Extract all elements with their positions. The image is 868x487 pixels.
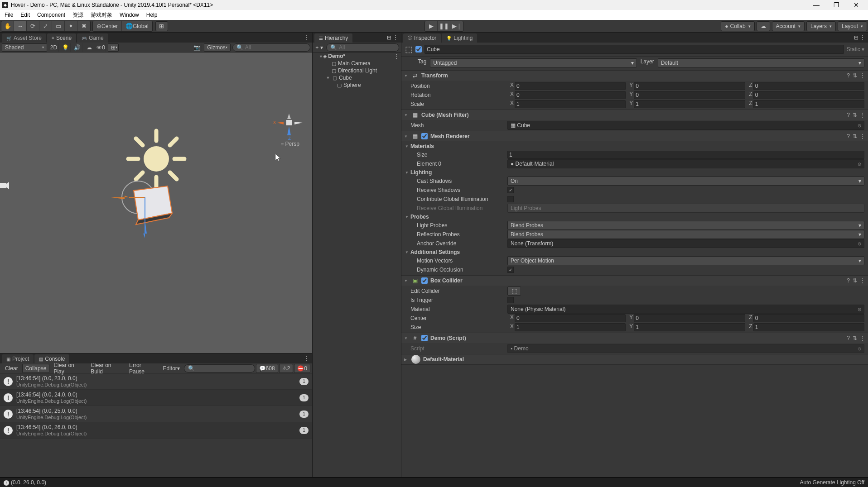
- contribute-gi-checkbox[interactable]: [507, 196, 514, 202]
- tab-lighting[interactable]: 💡Lighting: [442, 33, 477, 43]
- collapse-button[interactable]: Collapse: [22, 364, 50, 373]
- pos-x[interactable]: [515, 82, 626, 90]
- renderer-enabled-checkbox[interactable]: [421, 133, 428, 139]
- reflection-probes-dropdown[interactable]: Blend Probes▾: [507, 230, 864, 239]
- panel-menu-icon[interactable]: ⋮: [304, 34, 309, 41]
- inspector-body[interactable]: ⬚ Static ▾ Tag Untagged▾ Layer Default▾ …: [401, 43, 868, 477]
- menu-assets[interactable]: 资源: [69, 10, 87, 20]
- component-header[interactable]: ▼▣ Box Collider ?⇅⋮: [401, 276, 868, 286]
- pause-button[interactable]: ❚❚: [438, 21, 450, 31]
- center-x[interactable]: [515, 314, 626, 322]
- scene-row[interactable]: ▼◈ Demo* ⋮: [313, 53, 401, 60]
- create-dropdown[interactable]: + ▾: [314, 43, 324, 52]
- tab-hierarchy[interactable]: ☰Hierarchy: [314, 33, 352, 43]
- snap-toggle[interactable]: ⊞: [155, 21, 168, 31]
- maximize-button[interactable]: ❐: [826, 0, 846, 10]
- gizmos-dropdown[interactable]: Gizmos: [204, 43, 231, 52]
- rot-y[interactable]: [634, 91, 745, 99]
- shading-dropdown[interactable]: Shaded: [2, 43, 47, 52]
- hierarchy-item[interactable]: ▢Directional Light: [313, 67, 401, 74]
- component-header[interactable]: ▼# Demo (Script) ?⇅⋮: [401, 333, 868, 343]
- pos-z[interactable]: [753, 82, 864, 90]
- scene-search-input[interactable]: [245, 44, 306, 51]
- clear-button[interactable]: Clear: [2, 364, 21, 373]
- receive-shadows-checkbox[interactable]: ✓: [507, 187, 514, 193]
- pivot-toggle[interactable]: ⊕ Center: [93, 21, 122, 31]
- warn-count[interactable]: ⚠ 2: [279, 364, 294, 373]
- tab-console[interactable]: ▤Console: [34, 354, 69, 363]
- menu-gameobject[interactable]: 游戏对象: [87, 10, 116, 20]
- editor-dropdown[interactable]: Editor ▾: [159, 364, 183, 373]
- help-icon[interactable]: ?: [847, 72, 850, 79]
- scene-menu-icon[interactable]: ⋮: [394, 53, 399, 59]
- physic-material-field[interactable]: None (Physic Material)⊙: [507, 305, 864, 314]
- step-button[interactable]: ▶❘: [450, 21, 463, 31]
- layer-dropdown[interactable]: Default▾: [658, 58, 864, 67]
- scene-hidden-icon[interactable]: 👁0: [96, 43, 106, 52]
- center-y[interactable]: [634, 314, 745, 322]
- active-checkbox[interactable]: [415, 46, 422, 53]
- component-header[interactable]: ▶ Default-Material: [401, 354, 868, 364]
- scene-camera-icon[interactable]: 📷: [192, 43, 202, 52]
- center-z[interactable]: [753, 314, 864, 322]
- materials-size[interactable]: [507, 151, 864, 159]
- rotate-tool[interactable]: ⟳: [27, 21, 39, 31]
- error-count[interactable]: ⛔ 0: [294, 364, 310, 373]
- collider-enabled-checkbox[interactable]: [421, 277, 428, 284]
- tab-project[interactable]: ▣Project: [2, 354, 34, 363]
- log-entry[interactable]: ! [13:46:54] (0.0, 26.0, 0.0)UnityEngine…: [0, 422, 312, 439]
- info-count[interactable]: 💬 608: [256, 364, 278, 373]
- close-button[interactable]: ✕: [846, 0, 866, 10]
- scl-x[interactable]: [515, 100, 626, 108]
- anchor-override-field[interactable]: None (Transform)⊙: [507, 239, 864, 248]
- console-log-list[interactable]: ! [13:46:54] (0.0, 23.0, 0.0)UnityEngine…: [0, 373, 312, 477]
- is-trigger-checkbox[interactable]: [507, 297, 514, 303]
- cube-object[interactable]: [111, 179, 183, 243]
- preset-icon[interactable]: ⇅: [853, 72, 857, 79]
- hierarchy-search[interactable]: 🔍: [326, 43, 399, 52]
- console-search[interactable]: 🔍: [184, 364, 255, 372]
- tab-game[interactable]: 🎮Game: [77, 33, 108, 43]
- size-z[interactable]: [753, 323, 864, 331]
- scale-tool[interactable]: ⤢: [39, 21, 52, 31]
- material-element-0[interactable]: ● Default-Material⊙: [507, 159, 864, 168]
- script-enabled-checkbox[interactable]: [421, 335, 428, 341]
- edit-collider-button[interactable]: ⬚: [507, 286, 521, 296]
- minimize-button[interactable]: —: [806, 0, 826, 10]
- size-y[interactable]: [634, 323, 745, 331]
- hierarchy-item[interactable]: ▼▢Cube: [313, 74, 401, 81]
- scl-z[interactable]: [753, 100, 864, 108]
- pos-y[interactable]: [634, 82, 745, 90]
- space-toggle[interactable]: 🌐 Global: [122, 21, 152, 31]
- static-dropdown[interactable]: Static ▾: [847, 46, 864, 53]
- tab-inspector[interactable]: ⓘInspector: [403, 33, 441, 43]
- object-name-input[interactable]: [424, 45, 844, 54]
- menu-file[interactable]: File: [1, 11, 17, 19]
- panel-menu-icon[interactable]: ⊟ ⋮: [387, 34, 398, 41]
- component-header[interactable]: ▼▦ Cube (Mesh Filter) ?⇅⋮: [401, 110, 868, 120]
- menu-help[interactable]: Help: [143, 11, 161, 19]
- log-entry[interactable]: ! [13:46:54] (0.0, 25.0, 0.0)UnityEngine…: [0, 406, 312, 422]
- light-probes-dropdown[interactable]: Blend Probes▾: [507, 221, 864, 230]
- layout-dropdown[interactable]: Layout: [838, 21, 867, 31]
- menu-edit[interactable]: Edit: [17, 11, 34, 19]
- cast-shadows-dropdown[interactable]: On▾: [507, 177, 864, 186]
- mesh-field[interactable]: ▦ Cube⊙: [507, 121, 864, 130]
- projection-label[interactable]: ≡ Persp: [281, 141, 299, 147]
- hierarchy-item[interactable]: ▢Sphere: [313, 81, 401, 89]
- scene-search[interactable]: 🔍: [232, 43, 310, 52]
- collab-dropdown[interactable]: ● Collab: [721, 21, 754, 31]
- panel-menu-icon[interactable]: ⋮: [304, 355, 309, 362]
- hand-tool[interactable]: ✋: [1, 21, 14, 31]
- play-button[interactable]: ▶: [425, 21, 438, 31]
- hierarchy-item[interactable]: ▢Main Camera: [313, 60, 401, 67]
- component-header[interactable]: ▼▦ Mesh Renderer ?⇅⋮: [401, 131, 868, 141]
- scene-light-icon[interactable]: 💡: [61, 43, 71, 52]
- size-x[interactable]: [515, 323, 626, 331]
- account-dropdown[interactable]: Account: [772, 21, 805, 31]
- tag-dropdown[interactable]: Untagged▾: [430, 58, 637, 67]
- hierarchy-tree[interactable]: ▼◈ Demo* ⋮ ▢Main Camera ▢Directional Lig…: [313, 53, 401, 477]
- hierarchy-search-input[interactable]: [339, 44, 395, 51]
- mode-2d-toggle[interactable]: 2D: [49, 43, 59, 52]
- layers-dropdown[interactable]: Layers: [806, 21, 836, 31]
